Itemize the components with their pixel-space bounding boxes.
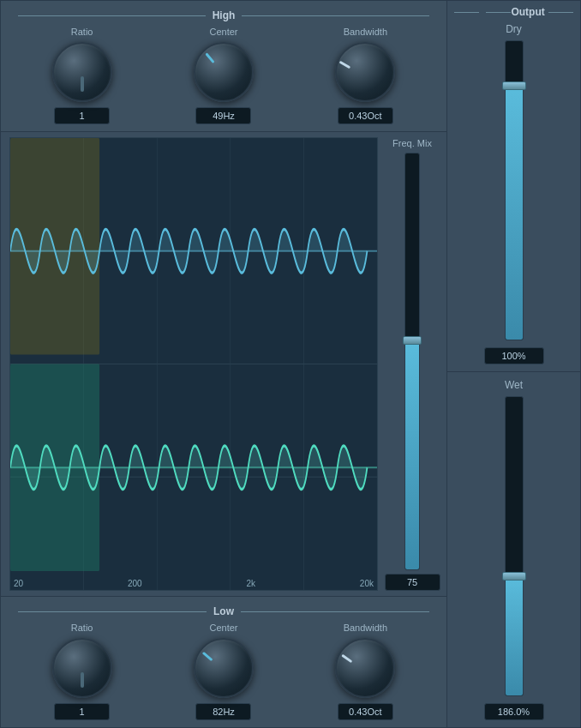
high-center-value[interactable]: 49Hz	[195, 107, 251, 124]
high-center-group: Center 49Hz	[194, 27, 254, 124]
spectrum-display: 20 200 2k 20k	[9, 137, 378, 591]
high-bandwidth-value[interactable]: 0.43Oct	[338, 107, 393, 124]
low-bandwidth-knob[interactable]	[335, 638, 395, 698]
low-ratio-value[interactable]: 1	[54, 703, 110, 720]
low-center-value[interactable]: 82Hz	[195, 703, 251, 720]
dry-slider-thumb[interactable]	[502, 81, 526, 90]
wet-slider-thumb[interactable]	[502, 572, 526, 581]
low-center-knob[interactable]	[194, 638, 254, 698]
output-header-line-left	[486, 12, 511, 13]
high-ratio-group: Ratio 1	[52, 27, 112, 124]
wet-value[interactable]: 186.0%	[484, 703, 544, 720]
low-section-header: Low	[11, 600, 436, 619]
freq-mix-slider-track[interactable]	[404, 153, 420, 570]
low-bandwidth-value[interactable]: 0.43Oct	[338, 703, 393, 720]
freq-mix-value[interactable]: 75	[385, 574, 440, 591]
wet-section: Wet 186.0%	[447, 372, 580, 727]
low-section: Low Ratio 1 Center 82Hz Bandwidth 0.43Oc…	[1, 597, 446, 727]
output-title: Output	[511, 6, 544, 18]
low-ratio-label: Ratio	[71, 623, 93, 633]
dry-value[interactable]: 100%	[484, 347, 544, 364]
high-section-header: High	[11, 4, 436, 23]
main-panel: High Ratio 1 Center 49Hz Bandwidth 0.43O…	[1, 1, 447, 727]
high-section: High Ratio 1 Center 49Hz Bandwidth 0.43O…	[1, 1, 446, 131]
freq-label-200: 200	[128, 579, 142, 588]
freq-mix-section: Freq. Mix 75	[386, 137, 438, 591]
high-bandwidth-knob[interactable]	[335, 42, 395, 102]
high-center-label: Center	[209, 27, 237, 37]
low-center-group: Center 82Hz	[194, 623, 254, 720]
output-header: Output	[447, 1, 580, 20]
low-ratio-group: Ratio 1	[52, 623, 112, 720]
wet-slider-fill	[506, 576, 523, 695]
low-center-label: Center	[209, 623, 237, 633]
high-bandwidth-group: Bandwidth 0.43Oct	[335, 27, 395, 124]
low-bandwidth-group: Bandwidth 0.43Oct	[335, 623, 395, 720]
spectrum-svg	[10, 138, 377, 590]
wet-label: Wet	[505, 379, 523, 391]
output-header-line-right	[548, 12, 573, 13]
freq-label-20: 20	[14, 579, 23, 588]
high-knob-row: Ratio 1 Center 49Hz Bandwidth 0.43Oct	[11, 27, 436, 124]
dry-section: Dry 100%	[447, 20, 580, 372]
dry-slider-fill	[506, 86, 523, 340]
high-title: High	[213, 9, 236, 21]
low-title: Low	[213, 605, 234, 617]
high-bandwidth-label: Bandwidth	[344, 27, 387, 37]
high-ratio-label: Ratio	[71, 27, 93, 37]
freq-labels: 20 200 2k 20k	[10, 577, 377, 590]
wet-slider-track[interactable]	[505, 396, 524, 696]
low-knob-row: Ratio 1 Center 82Hz Bandwidth 0.43Oct	[11, 623, 436, 720]
dry-label: Dry	[506, 23, 522, 35]
side-panel: Output Dry 100% Wet 186.0%	[447, 1, 580, 727]
freq-mix-slider-thumb[interactable]	[403, 336, 422, 345]
middle-section: 20 200 2k 20k Freq. Mix 75	[1, 131, 446, 597]
high-center-knob[interactable]	[194, 42, 254, 102]
freq-mix-slider-fill	[405, 340, 419, 569]
plugin-container: High Ratio 1 Center 49Hz Bandwidth 0.43O…	[0, 0, 581, 728]
low-bandwidth-label: Bandwidth	[344, 623, 387, 633]
freq-label-20k: 20k	[360, 579, 374, 588]
freq-label-2k: 2k	[246, 579, 255, 588]
high-ratio-value[interactable]: 1	[54, 107, 110, 124]
dry-slider-track[interactable]	[505, 40, 524, 340]
high-ratio-knob[interactable]	[52, 42, 112, 102]
low-ratio-knob[interactable]	[52, 638, 112, 698]
freq-mix-label: Freq. Mix	[392, 137, 432, 149]
